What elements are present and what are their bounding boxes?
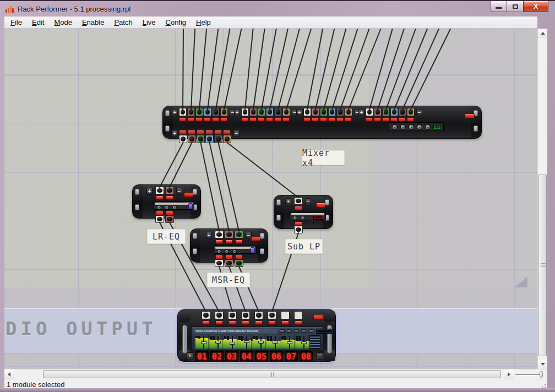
knob[interactable] — [217, 249, 221, 254]
close-button[interactable]: X — [523, 1, 548, 12]
red-led-button[interactable] — [241, 117, 248, 122]
jack-socket[interactable] — [202, 311, 210, 319]
red-led-button[interactable] — [187, 117, 194, 122]
red-led-button[interactable] — [320, 117, 327, 122]
jack-socket[interactable] — [188, 135, 196, 143]
remove-button[interactable]: − — [233, 130, 240, 137]
jack-socket[interactable] — [214, 135, 222, 143]
add-button[interactable]: + — [172, 130, 178, 137]
jack-socket[interactable] — [320, 108, 328, 116]
jack-socket[interactable] — [336, 108, 344, 116]
module-label-msreq[interactable]: MSR-EQ — [207, 273, 250, 287]
menu-item-help[interactable]: Help — [191, 17, 216, 28]
red-led-button[interactable] — [374, 117, 381, 122]
red-led-button[interactable] — [220, 117, 227, 122]
jack-socket[interactable] — [235, 259, 243, 267]
red-led-button[interactable] — [295, 221, 302, 226]
mixer-module[interactable]: +−+−+−+−+− — [162, 106, 482, 139]
zoom-slider[interactable] — [515, 369, 544, 379]
red-led-button[interactable] — [214, 130, 222, 134]
jack-socket[interactable] — [249, 108, 257, 116]
transport-button[interactable] — [280, 329, 285, 333]
jack-socket[interactable] — [328, 108, 336, 116]
red-led-button[interactable] — [195, 117, 203, 122]
red-led-button[interactable] — [215, 320, 223, 325]
jack-socket[interactable] — [268, 311, 276, 319]
knob[interactable] — [417, 124, 422, 130]
red-led-button[interactable] — [266, 117, 273, 122]
red-led-button[interactable] — [295, 206, 302, 210]
fader-knob[interactable] — [215, 341, 221, 344]
red-led-button[interactable] — [225, 239, 233, 244]
scroll-left-button[interactable] — [4, 369, 14, 379]
red-led-button[interactable] — [156, 195, 164, 200]
menu-item-enable[interactable]: Enable — [77, 17, 109, 28]
jack-socket[interactable] — [382, 108, 390, 116]
lreq-module[interactable]: +− — [132, 184, 201, 219]
jack-socket[interactable] — [215, 259, 224, 267]
red-led-button[interactable] — [282, 117, 290, 122]
red-led-button[interactable] — [295, 320, 302, 325]
msreq-module[interactable]: +− — [190, 228, 268, 263]
jack-socket[interactable] — [155, 187, 164, 194]
transport-button[interactable] — [287, 329, 292, 333]
remove-button[interactable]: − — [416, 109, 422, 116]
knob[interactable] — [225, 249, 229, 254]
jack-socket[interactable] — [165, 187, 174, 194]
purple-button[interactable] — [251, 247, 255, 253]
red-led-button[interactable] — [202, 320, 210, 325]
red-led-button[interactable] — [251, 236, 260, 241]
fader-knob[interactable] — [230, 342, 235, 345]
add-button[interactable]: + — [206, 232, 212, 239]
jack-socket[interactable] — [165, 215, 174, 223]
purple-button[interactable] — [188, 203, 193, 209]
red-led-button[interactable] — [215, 239, 223, 244]
red-led-button[interactable] — [268, 320, 276, 325]
red-led-button[interactable] — [223, 130, 231, 134]
menu-item-file[interactable]: File — [6, 17, 27, 28]
add-button[interactable]: + — [234, 109, 240, 116]
fader-knob[interactable] — [301, 341, 307, 344]
jack-socket[interactable] — [197, 135, 205, 143]
red-led-button[interactable] — [255, 320, 263, 325]
jack-socket[interactable] — [282, 108, 290, 116]
horizontal-scrollbar[interactable] — [4, 369, 547, 379]
knob[interactable] — [232, 249, 237, 254]
module-label-sublp[interactable]: Sub LP — [285, 239, 323, 254]
knob[interactable] — [425, 124, 431, 130]
red-led-button[interactable] — [179, 117, 186, 122]
red-led-button[interactable] — [399, 117, 406, 122]
knob[interactable] — [301, 216, 305, 220]
module-label-mixer[interactable]: Mixer x4 — [302, 150, 345, 165]
red-led-button[interactable] — [235, 239, 243, 244]
jack-socket[interactable] — [274, 108, 282, 116]
jack-socket[interactable] — [258, 108, 265, 116]
resize-grip[interactable] — [539, 381, 546, 388]
red-led-button[interactable] — [204, 117, 211, 122]
red-led-button[interactable] — [303, 117, 311, 122]
knob[interactable] — [392, 124, 398, 130]
red-led-button[interactable] — [316, 203, 325, 208]
remove-button[interactable]: − — [305, 198, 311, 205]
fader-knob[interactable] — [258, 341, 264, 344]
jack-socket[interactable] — [241, 108, 249, 116]
jack-socket[interactable] — [195, 108, 203, 116]
vertical-scroll-thumb[interactable] — [538, 175, 547, 356]
menu-item-live[interactable]: Live — [138, 17, 161, 28]
jack-socket[interactable] — [303, 108, 311, 116]
master-module[interactable]: Octo-Channel Clear Path Master Module+01… — [177, 309, 336, 362]
red-led-button[interactable] — [156, 211, 164, 215]
jack-socket[interactable] — [204, 108, 211, 116]
remove-button[interactable]: − — [176, 188, 182, 195]
jack-socket[interactable] — [220, 108, 228, 116]
jack-socket[interactable] — [179, 135, 187, 143]
jack-socket[interactable] — [235, 231, 243, 238]
red-led-button[interactable] — [312, 117, 319, 122]
red-led-button[interactable] — [281, 320, 289, 325]
knob[interactable] — [165, 205, 169, 210]
red-led-button[interactable] — [212, 117, 219, 122]
knob[interactable] — [293, 216, 297, 220]
red-led-button[interactable] — [328, 117, 335, 122]
add-button[interactable]: + — [358, 109, 364, 116]
menu-item-config[interactable]: Config — [161, 17, 192, 28]
